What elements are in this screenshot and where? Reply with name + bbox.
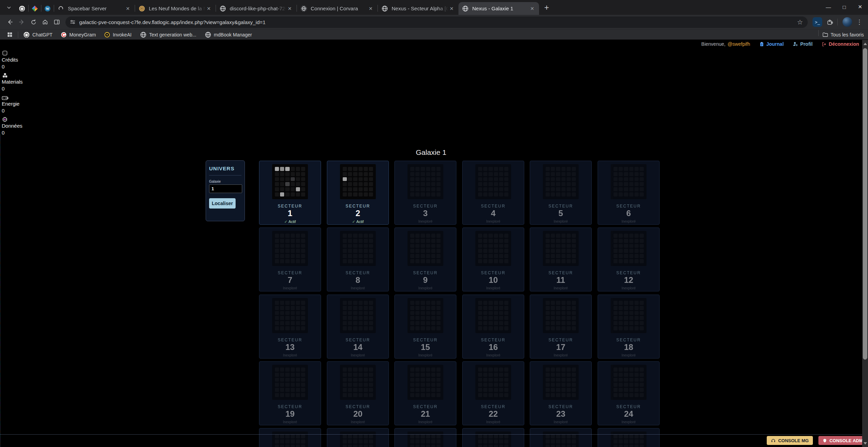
sector-card-7[interactable]: SECTEUR7Inexploré — [259, 227, 321, 291]
sector-cell — [629, 192, 633, 196]
sector-card-25[interactable]: SECTEUR25Inexploré — [259, 428, 321, 447]
tab-close-icon[interactable]: ✕ — [529, 5, 536, 12]
side-panel-button[interactable] — [51, 16, 63, 28]
maximize-button[interactable]: □ — [836, 0, 852, 14]
tab-close-icon[interactable]: ✕ — [286, 5, 293, 12]
sector-card-3[interactable]: SECTEUR3Inexploré — [394, 161, 456, 225]
bookmark-item[interactable]: mdBook Manager — [205, 31, 252, 38]
tab-2[interactable]: Les Neuf Mondes de la Mythologie✕ — [135, 2, 216, 15]
sector-card-13[interactable]: SECTEUR13Inexploré — [259, 295, 321, 359]
sector-card-4[interactable]: SECTEUR4Inexploré — [462, 161, 524, 225]
sector-card-21[interactable]: SECTEUR21Inexploré — [394, 361, 456, 425]
address-bar[interactable]: galactic-pve-conquest-c7fe.dev.flatlogic… — [65, 17, 808, 28]
bookmark-item[interactable]: InvokeAI — [104, 32, 131, 38]
extensions-puzzle-icon[interactable] — [824, 17, 835, 28]
sector-cell — [296, 439, 300, 444]
logout-link[interactable]: Déconnexion — [822, 41, 859, 47]
scrollbar-down-icon[interactable] — [862, 439, 868, 447]
pinned-tab-chatgpt[interactable] — [16, 2, 28, 15]
sector-card-6[interactable]: SECTEUR6Inexploré — [598, 161, 660, 225]
console-adm-button[interactable]: CONSOLE ADMIN — [818, 436, 868, 445]
sector-cell — [624, 439, 628, 444]
sector-card-15[interactable]: SECTEUR15Inexploré — [394, 295, 456, 359]
tab-3[interactable]: discord-like-php-chat-7262.dev✕ — [216, 2, 297, 15]
sector-card-29[interactable]: SECTEUR29Inexploré — [530, 428, 592, 447]
tab-6[interactable]: Nexus - Galaxie 1✕ — [458, 2, 539, 15]
bookmark-item[interactable]: MoneyGram — [61, 32, 96, 38]
sector-cell — [494, 234, 498, 238]
sector-card-10[interactable]: SECTEUR10Inexploré — [462, 227, 524, 291]
sector-cell — [624, 445, 628, 447]
sector-card-23[interactable]: SECTEUR23Inexploré — [530, 361, 592, 425]
sector-card-16[interactable]: SECTEUR16Inexploré — [462, 295, 524, 359]
journal-link[interactable]: Journal — [759, 41, 784, 47]
sector-word: SECTEUR — [530, 270, 591, 275]
sector-cell — [343, 383, 347, 387]
page-scrollbar[interactable] — [862, 40, 868, 447]
sector-card-30[interactable]: SECTEUR30Inexploré — [598, 428, 660, 447]
sector-cell — [359, 177, 363, 181]
galaxie-input[interactable] — [209, 184, 242, 193]
sector-card-24[interactable]: SECTEUR24Inexploré — [598, 361, 660, 425]
sector-card-5[interactable]: SECTEUR5Inexploré — [530, 161, 592, 225]
sector-card-26[interactable]: SECTEUR26Inexploré — [327, 428, 389, 447]
sector-card-27[interactable]: SECTEUR27Inexploré — [394, 428, 456, 447]
sector-card-19[interactable]: SECTEUR19Inexploré — [259, 361, 321, 425]
pinned-tab-gemini-sparkle[interactable] — [29, 2, 41, 15]
url-text[interactable]: galactic-pve-conquest-c7fe.dev.flatlogic… — [79, 19, 794, 25]
home-button[interactable] — [39, 16, 51, 28]
scrollbar-thumb[interactable] — [863, 48, 867, 360]
tab-close-icon[interactable]: ✕ — [448, 5, 455, 12]
sector-cell — [488, 378, 493, 382]
sector-cell — [285, 187, 289, 191]
sector-cell — [567, 378, 571, 382]
browser-menu-icon[interactable]: ⋮ — [855, 18, 864, 26]
sector-cell — [291, 172, 295, 176]
tab-1[interactable]: Spacebar Server✕ — [54, 2, 135, 15]
sector-card-content: SECTEUR5Inexploré — [530, 161, 591, 224]
sector-card-14[interactable]: SECTEUR14Inexploré — [327, 295, 389, 359]
new-tab-button[interactable]: + — [541, 2, 552, 13]
tab-search-button[interactable] — [3, 2, 14, 13]
sector-card-1[interactable]: SECTEUR1✓Actif — [259, 161, 321, 225]
forward-button[interactable] — [16, 16, 28, 28]
sector-number: 3 — [395, 209, 456, 218]
bookmark-item[interactable]: ChatGPT — [23, 31, 52, 38]
profile-avatar[interactable] — [843, 17, 852, 27]
tab-close-icon[interactable]: ✕ — [124, 5, 131, 12]
sector-card-22[interactable]: SECTEUR22Inexploré — [462, 361, 524, 425]
tab-close-icon[interactable]: ✕ — [205, 5, 212, 12]
all-bookmarks-button[interactable]: Tous les favoris — [822, 32, 864, 38]
scrollbar-up-icon[interactable] — [862, 40, 868, 47]
apps-grid-icon[interactable] — [4, 29, 15, 40]
back-button[interactable] — [4, 16, 16, 28]
sector-cell — [640, 306, 644, 310]
sector-cell — [624, 167, 628, 171]
profil-link[interactable]: Profil — [793, 41, 813, 47]
pinned-extension-icon[interactable]: >_ — [813, 17, 822, 27]
sector-card-18[interactable]: SECTEUR18Inexploré — [598, 295, 660, 359]
console-mg-button[interactable]: CONSOLE MG — [767, 436, 813, 445]
sector-card-2[interactable]: SECTEUR2✓Actif — [327, 161, 389, 225]
tab-5[interactable]: Nexus - Secteur Alpha [G1]✕ — [378, 2, 458, 15]
pinned-tab-wordpress[interactable]: W — [41, 2, 54, 15]
sector-card-20[interactable]: SECTEUR20Inexploré — [327, 361, 389, 425]
sector-card-8[interactable]: SECTEUR8Inexploré — [327, 227, 389, 291]
sector-card-11[interactable]: SECTEUR11Inexploré — [530, 227, 592, 291]
minimize-button[interactable]: — — [820, 0, 836, 14]
sector-card-12[interactable]: SECTEUR12Inexploré — [598, 227, 660, 291]
sector-cell — [561, 167, 566, 171]
sector-card-17[interactable]: SECTEUR17Inexploré — [530, 295, 592, 359]
sector-cell — [551, 434, 555, 438]
reload-button[interactable] — [28, 16, 39, 28]
sector-card-28[interactable]: SECTEUR28Inexploré — [462, 428, 524, 447]
sector-cell — [499, 445, 503, 447]
bookmark-item[interactable]: Text generation web... — [140, 31, 196, 38]
close-button[interactable]: ✕ — [852, 0, 868, 14]
sector-cell — [640, 167, 644, 171]
tab-4[interactable]: Connexion | Corvara✕ — [297, 2, 378, 15]
bookmark-star-icon[interactable]: ☆ — [794, 18, 806, 26]
sector-card-9[interactable]: SECTEUR9Inexploré — [394, 227, 456, 291]
tab-close-icon[interactable]: ✕ — [367, 5, 374, 12]
localiser-button[interactable]: Localiser — [209, 198, 236, 209]
